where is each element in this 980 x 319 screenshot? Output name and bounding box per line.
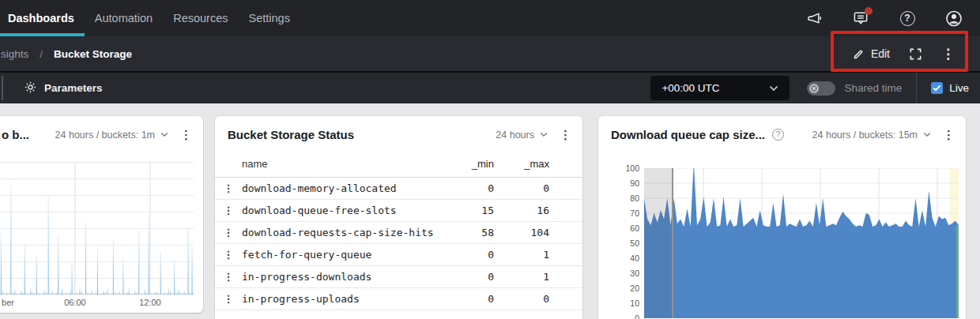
nav-tabs: DashboardsAutomationResourcesSettings [0,0,300,36]
top-nav: DashboardsAutomationResourcesSettings ? [0,0,980,36]
cell-min: 15 [443,205,494,216]
time-controls: +00:00 UTC Shared time Live [650,72,980,104]
toggle-knob-off-icon [808,83,820,94]
cell-max: 1 [494,271,549,283]
panel-title: o b... [2,128,29,141]
panel-kebab-menu-icon[interactable]: ⋮ [560,129,571,141]
breadcrumb-bar: sights / Bucket Storage Edit ⋮ [0,36,980,71]
row-kebab-menu-icon[interactable]: ⋮ [215,271,242,283]
cell-min: 58 [443,227,494,238]
metric-link[interactable]: download-requests-cap-size-hits [242,227,434,238]
table-header-row: name _min _max [215,151,582,178]
y-tick-label: 50 [630,238,639,248]
y-tick-label: 90 [630,178,639,188]
cell-name: download-queue-free-slots [242,205,443,216]
metric-link[interactable]: fetch-for-query-queue [242,249,371,261]
nav-tab-automation[interactable]: Automation [85,0,163,36]
timezone-dropdown[interactable]: +00:00 UTC [650,76,790,100]
cell-min: 0 [443,271,494,283]
y-tick-label: 0 [635,313,639,319]
y-axis-labels: 0102030405060708090100 [605,168,639,319]
help-icon[interactable]: ? [899,9,916,27]
column-header-min: _min [443,158,494,170]
time-range-dropdown[interactable]: 24 hours [496,129,548,141]
time-range-dropdown[interactable]: 24 hours / buckets: 15m [812,129,931,141]
table-row: ⋮fetch-for-query-queue01 [215,244,582,266]
row-kebab-menu-icon[interactable]: ⋮ [215,293,242,305]
table-body: ⋮download-memory-allocated00⋮download-qu… [215,178,582,310]
table-row: ⋮in-progress-uploads00 [215,288,582,310]
x-tick-label: 12:00 [139,298,161,307]
live-label: Live [949,82,969,94]
spike-chart [0,162,194,295]
page-kebab-menu-icon[interactable]: ⋮ [941,47,955,61]
chevron-down-icon [160,132,168,137]
x-axis-labels: ber06:0012:00 [0,298,194,309]
time-range-dropdown[interactable]: 24 hours / buckets: 1m [55,129,168,141]
x-tick-label: 06:00 [64,298,86,307]
parameters-bar: Parameters +00:00 UTC Shared time Live [0,71,980,103]
metric-link[interactable]: download-memory-allocated [242,182,397,194]
page-actions: Edit ⋮ [853,47,955,61]
cell-min: 0 [443,293,494,305]
row-kebab-menu-icon[interactable]: ⋮ [215,249,242,261]
live-checkbox-control[interactable]: Live [931,82,969,94]
breadcrumb-separator: / [40,48,43,60]
nav-tab-settings[interactable]: Settings [238,0,300,36]
row-kebab-menu-icon[interactable]: ⋮ [215,227,242,238]
incomplete-bucket-overlay [644,168,673,318]
metric-link[interactable]: in-progress-downloads [242,271,371,283]
cell-max: 1 [494,249,549,261]
metric-link[interactable]: download-queue-free-slots [242,205,397,216]
dashboard-grid: o b... 24 hours / buckets: 1m ⋮ ber06:00… [0,103,980,319]
panel-kebab-menu-icon[interactable]: ⋮ [180,129,192,141]
table-row: ⋮in-progress-downloads01 [215,266,582,288]
gear-icon [24,81,37,96]
y-tick-label: 100 [625,163,639,173]
table-row: ⋮download-requests-cap-size-hits58104 [215,222,582,244]
y-tick-label: 10 [630,298,639,308]
cell-name: fetch-for-query-queue [242,249,443,261]
chevron-down-icon [769,85,778,92]
fullscreen-button[interactable] [909,47,922,61]
panel-kebab-menu-icon[interactable]: ⋮ [943,129,955,141]
edit-button-label: Edit [871,47,890,60]
page-title: Bucket Storage [54,48,132,60]
x-tick-label: ber [2,298,14,307]
cell-min: 0 [443,182,494,194]
cell-max: 16 [494,205,549,216]
nav-tab-dashboards[interactable]: Dashboards [0,0,85,36]
row-kebab-menu-icon[interactable]: ⋮ [215,205,242,216]
shared-time-toggle[interactable] [807,81,835,96]
cell-name: in-progress-uploads [242,293,443,305]
account-icon[interactable] [945,9,963,27]
cell-max: 0 [494,182,549,194]
notification-badge [865,7,873,15]
y-tick-label: 40 [630,253,639,263]
row-kebab-menu-icon[interactable]: ⋮ [215,182,242,194]
panel-left-truncated: o b... 24 hours / buckets: 1m ⋮ ber06:00… [0,116,203,313]
chevron-down-icon [540,132,548,137]
nav-tab-resources[interactable]: Resources [163,0,238,36]
announcements-icon[interactable] [805,9,823,27]
live-checkbox[interactable] [931,82,943,94]
panel-title: Download queue cap size... [611,128,765,141]
breadcrumb-parent[interactable]: sights [1,48,28,60]
panel-edge-divider [2,76,3,100]
cell-max: 0 [494,293,549,305]
area-chart [644,168,959,318]
parameters-button[interactable]: Parameters [24,81,103,96]
divider [916,72,917,104]
status-table: name _min _max ⋮download-memory-allocate… [215,151,582,310]
cell-min: 0 [443,249,494,261]
panel-help-icon[interactable]: ? [772,129,784,141]
time-range-value: 24 hours [496,129,534,141]
edit-button[interactable]: Edit [853,47,890,60]
panel-bucket-storage-status: Bucket Storage Status 24 hours ⋮ name _m… [215,116,582,319]
y-tick-label: 30 [630,268,639,278]
y-tick-label: 60 [630,223,639,233]
feedback-icon[interactable] [852,9,869,27]
shared-time-label: Shared time [844,82,902,94]
chevron-down-icon [923,132,931,137]
metric-link[interactable]: in-progress-uploads [242,293,360,305]
